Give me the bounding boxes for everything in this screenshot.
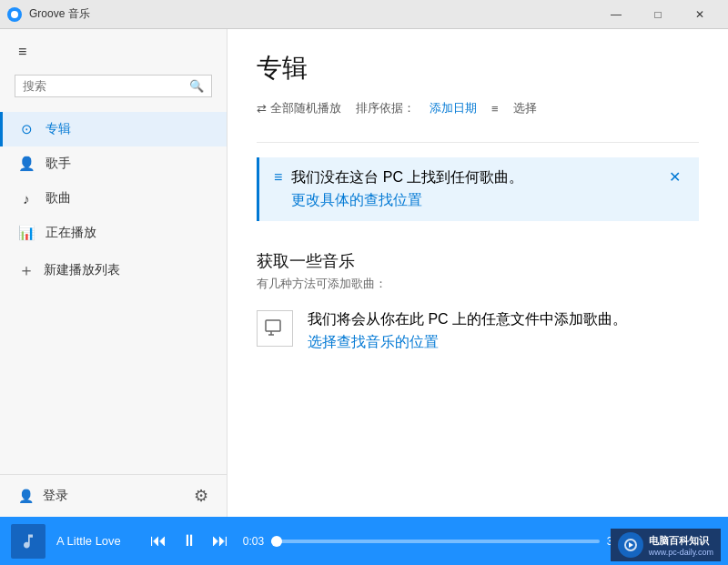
window-controls: — □ ✕ xyxy=(595,0,721,29)
player-bar: A Little Love ⏮ ⏸ ⏭ 0:03 3:11 ⇄ ↻ 🔊 电脑百科… xyxy=(0,517,728,565)
minimize-button[interactable]: — xyxy=(595,0,637,29)
select-button[interactable]: 选择 xyxy=(513,100,537,116)
sort-value[interactable]: 添加日期 xyxy=(430,100,477,116)
watermark-box: 电脑百科知识 www.pc-daily.com xyxy=(611,529,721,561)
nav-item-songs[interactable]: ♪ 歌曲 xyxy=(0,181,227,216)
search-input[interactable] xyxy=(23,79,189,93)
nav-label-albums: 专辑 xyxy=(46,121,71,137)
title-bar-left: Groove 音乐 xyxy=(7,6,90,22)
songs-icon: ♪ xyxy=(18,191,35,207)
app-container: ≡ 🔍 ⊙ 专辑 👤 歌手 ♪ 歌曲 📊 正在播放 xyxy=(0,29,728,535)
get-music-section: 获取一些音乐 有几种方法可添加歌曲： 我们将会从你在此 PC 上的任意文件中添加… xyxy=(228,236,728,367)
svg-rect-1 xyxy=(266,320,280,331)
alert-close-button[interactable]: ✕ xyxy=(665,168,684,186)
alert-banner: ≡ 我们没在这台 PC 上找到任何歌曲。 更改具体的查找位置 ✕ xyxy=(257,157,699,221)
add-playlist-label: 新建播放列表 xyxy=(44,262,120,278)
filter-icon: ≡ xyxy=(491,102,499,116)
play-pause-button[interactable]: ⏸ xyxy=(177,528,201,554)
nav-label-nowplaying: 正在播放 xyxy=(46,225,96,241)
player-controls: ⏮ ⏸ ⏭ xyxy=(147,528,232,554)
next-button[interactable]: ⏭ xyxy=(208,528,232,554)
music-source-text: 我们将会从你在此 PC 上的任意文件中添加歌曲。 选择查找音乐的位置 xyxy=(308,310,627,352)
svg-point-0 xyxy=(11,11,18,18)
player-song-info: A Little Love xyxy=(56,534,121,548)
nav-item-artists[interactable]: 👤 歌手 xyxy=(0,146,227,181)
get-music-title: 获取一些音乐 xyxy=(257,250,699,272)
nav-item-nowplaying[interactable]: 📊 正在播放 xyxy=(0,216,227,250)
watermark-text: 电脑百科知识 www.pc-daily.com xyxy=(649,534,713,557)
add-playlist-button[interactable]: ＋ 新建播放列表 xyxy=(0,250,227,290)
maximize-button[interactable]: □ xyxy=(637,0,679,29)
app-icon xyxy=(7,7,22,22)
player-progress: 0:03 3:11 xyxy=(243,535,628,548)
login-button[interactable]: 👤 登录 xyxy=(18,488,68,504)
sidebar-top: ≡ 🔍 xyxy=(0,29,227,108)
watermark: 电脑百科知识 www.pc-daily.com xyxy=(611,529,721,561)
add-icon: ＋ xyxy=(18,259,35,281)
close-button[interactable]: ✕ xyxy=(679,0,721,29)
hamburger-button[interactable]: ≡ xyxy=(15,40,30,64)
shuffle-icon: ⇄ xyxy=(257,102,267,116)
music-source-pc: 我们将会从你在此 PC 上的任意文件中添加歌曲。 选择查找音乐的位置 xyxy=(257,310,699,352)
progress-bar[interactable] xyxy=(271,540,599,543)
toolbar: ⇄ 全部随机播放 排序依据： 添加日期 ≡ 选择 xyxy=(257,100,699,116)
nav-items: ⊙ 专辑 👤 歌手 ♪ 歌曲 📊 正在播放 ＋ 新建播放列表 xyxy=(0,108,227,474)
alert-content: ≡ 我们没在这台 PC 上找到任何歌曲。 更改具体的查找位置 xyxy=(274,168,523,210)
player-song-title: A Little Love xyxy=(56,534,121,548)
sort-label: 排序依据： xyxy=(356,100,415,116)
watermark-line1: 电脑百科知识 xyxy=(649,534,713,548)
main-content: 专辑 ⇄ 全部随机播放 排序依据： 添加日期 ≡ 选择 ≡ 我们没在这台 PC … xyxy=(228,29,728,517)
shuffle-all-button[interactable]: ⇄ 全部随机播放 xyxy=(257,100,341,116)
title-bar: Groove 音乐 — □ ✕ xyxy=(0,0,728,29)
progress-dot xyxy=(271,536,282,547)
music-source-link[interactable]: 选择查找音乐的位置 xyxy=(308,333,627,352)
prev-button[interactable]: ⏮ xyxy=(147,528,170,554)
alert-icon: ≡ xyxy=(274,169,282,186)
nowplaying-icon: 📊 xyxy=(18,225,35,241)
search-icon: 🔍 xyxy=(189,79,204,93)
pc-icon xyxy=(257,310,293,347)
main-header: 专辑 ⇄ 全部随机播放 排序依据： 添加日期 ≡ 选择 xyxy=(228,29,728,142)
get-music-subtitle: 有几种方法可添加歌曲： xyxy=(257,276,699,292)
sidebar-bottom: 👤 登录 ⚙ xyxy=(0,474,227,517)
search-box: 🔍 xyxy=(15,75,212,97)
sidebar: ≡ 🔍 ⊙ 专辑 👤 歌手 ♪ 歌曲 📊 正在播放 xyxy=(0,29,228,517)
music-source-description: 我们将会从你在此 PC 上的任意文件中添加歌曲。 xyxy=(308,311,627,327)
nav-label-songs: 歌曲 xyxy=(46,190,71,207)
app-title: Groove 音乐 xyxy=(29,6,90,22)
nav-label-artists: 歌手 xyxy=(46,156,71,172)
player-album-art xyxy=(11,524,46,559)
current-time: 0:03 xyxy=(243,535,264,548)
artists-icon: 👤 xyxy=(18,156,35,172)
settings-button[interactable]: ⚙ xyxy=(194,486,208,506)
shuffle-label: 全部随机播放 xyxy=(270,100,341,116)
divider xyxy=(257,142,699,143)
page-title: 专辑 xyxy=(257,51,699,86)
nav-item-albums[interactable]: ⊙ 专辑 xyxy=(0,112,227,146)
user-icon: 👤 xyxy=(18,489,34,503)
alert-link[interactable]: 更改具体的查找位置 xyxy=(291,191,523,210)
alert-body: 我们没在这台 PC 上找到任何歌曲。 更改具体的查找位置 xyxy=(291,168,523,210)
alert-message: 我们没在这台 PC 上找到任何歌曲。 xyxy=(291,169,523,185)
login-label: 登录 xyxy=(43,488,68,504)
watermark-logo xyxy=(618,532,643,558)
albums-icon: ⊙ xyxy=(18,121,35,137)
watermark-line2: www.pc-daily.com xyxy=(649,548,713,557)
